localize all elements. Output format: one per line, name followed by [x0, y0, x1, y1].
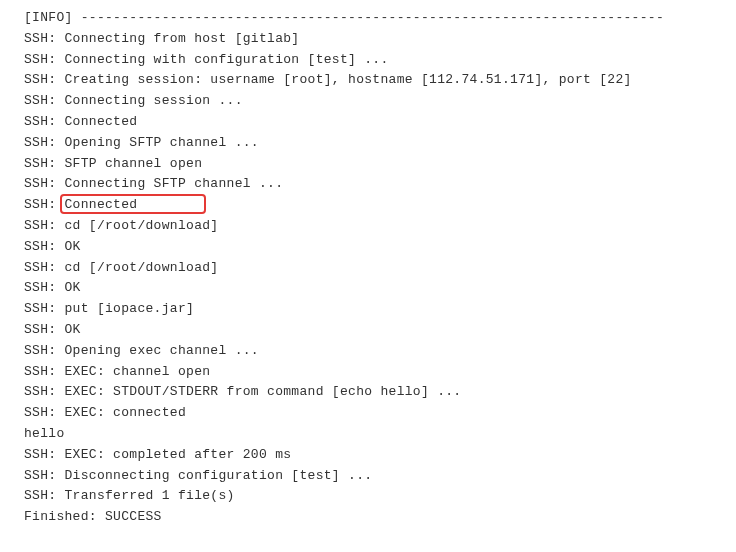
log-line: SSH: EXEC: channel open [24, 362, 712, 383]
log-line: [INFO] ---------------------------------… [24, 8, 712, 29]
log-line: SSH: Creating session: username [root], … [24, 70, 712, 91]
log-line: SSH: Connected [24, 112, 712, 133]
log-line: SSH: OK [24, 237, 712, 258]
log-line: SSH: Connecting SFTP channel ... [24, 174, 712, 195]
log-line: SSH: EXEC: connected [24, 403, 712, 424]
log-line: SSH: cd [/root/download] [24, 258, 712, 279]
log-line: hello [24, 424, 712, 445]
log-line-highlighted: SSH: cd [/root/download] [24, 216, 712, 237]
log-line: SSH: EXEC: STDOUT/STDERR from command [e… [24, 382, 712, 403]
log-line: SSH: OK [24, 278, 712, 299]
log-line: SSH: Connecting session ... [24, 91, 712, 112]
console-log-output: [INFO] ---------------------------------… [24, 8, 712, 528]
log-line: SSH: Connecting with configuration [test… [24, 50, 712, 71]
log-line: SSH: Connecting from host [gitlab] [24, 29, 712, 50]
log-line: SSH: OK [24, 320, 712, 341]
log-line: SSH: Disconnecting configuration [test] … [24, 466, 712, 487]
log-line: SSH: put [iopace.jar] [24, 299, 712, 320]
log-line: SSH: Connected [24, 195, 712, 216]
log-line: SSH: Transferred 1 file(s) [24, 486, 712, 507]
log-line: SSH: Opening SFTP channel ... [24, 133, 712, 154]
log-line: SSH: Opening exec channel ... [24, 341, 712, 362]
log-line: SSH: EXEC: completed after 200 ms [24, 445, 712, 466]
log-line: Finished: SUCCESS [24, 507, 712, 528]
log-line: SSH: SFTP channel open [24, 154, 712, 175]
